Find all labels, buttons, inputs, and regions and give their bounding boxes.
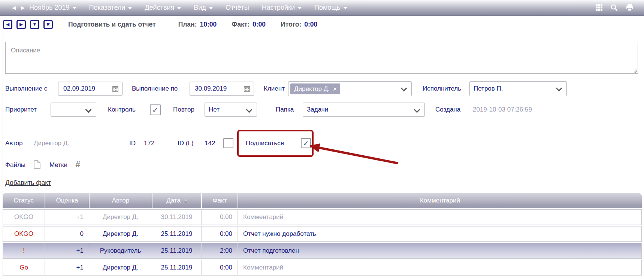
fact-author: Директор Д. [89, 209, 152, 225]
client-combobox[interactable]: Директор Д. ✕ [288, 81, 412, 96]
fact-row[interactable]: Go +1 Директор Д. 25.11.2019 0:00 Коммен… [3, 260, 642, 276]
menu-item-view[interactable]: Вид [194, 4, 213, 12]
priority-label: Приоритет [5, 103, 37, 117]
checkmark-icon: ✓ [303, 140, 309, 147]
task-page: ◀ ▶ Ноябрь 2019 Показатели Действия Вид … [0, 0, 644, 280]
sort-icon[interactable]: ▲▼ [184, 198, 187, 204]
facts-table: Статус Оценка Автор Дата▲▼ Факт Коммента… [3, 192, 642, 277]
folder-select[interactable]: Задачи [303, 103, 425, 117]
executor-label: Исполнитель [423, 82, 461, 96]
file-icon[interactable] [34, 160, 40, 170]
executor-combobox[interactable]: Петров П. [469, 81, 567, 96]
chevron-down-icon [344, 7, 347, 9]
fact-author: Директор Д. [89, 226, 152, 242]
fact-time: 0:00 [201, 226, 238, 242]
calendar-icon[interactable] [244, 86, 250, 92]
description-input[interactable] [5, 42, 638, 74]
repeat-value: Нет [209, 106, 220, 113]
client-chip: Директор Д. ✕ [290, 83, 340, 94]
plan-value: 10:00 [200, 21, 217, 28]
grid-icon[interactable] [595, 4, 603, 11]
priority-select[interactable] [51, 103, 96, 117]
repeat-select[interactable]: Нет [205, 103, 257, 117]
plan-label: План: [178, 21, 197, 28]
subscribe-checkbox[interactable]: ✓ [301, 138, 311, 148]
task-id-value: 172 [144, 136, 154, 150]
prev-period-icon[interactable]: ◀ [12, 5, 16, 10]
executor-value: Петров П. [474, 82, 503, 96]
checkmark-icon: ✓ [152, 106, 158, 114]
fact-comment[interactable]: Отчет подготовлен [238, 243, 642, 259]
fact-time: 0:00 [201, 209, 238, 225]
folder-value: Задачи [307, 106, 328, 113]
task-id-l-value: 142 [205, 136, 215, 150]
repeat-label: Повтор [173, 103, 194, 117]
search-icon[interactable] [610, 4, 618, 12]
end-date-input[interactable]: 30.09.2019 [190, 82, 254, 96]
menu-item-help[interactable]: Помощь [314, 4, 347, 12]
fact-value: 0:00 [253, 21, 266, 28]
fact-comment[interactable]: Комментарий [238, 260, 642, 276]
created-value: 2019-10-03 07:26:59 [473, 103, 532, 117]
start-date-input[interactable]: 02.09.2019 [58, 82, 123, 96]
chevron-down-icon [128, 7, 132, 9]
period-selector[interactable]: Ноябрь 2019 [29, 4, 76, 12]
fact-row[interactable]: OKGO +1 Директор Д. 30.11.2019 0:00 Комм… [3, 209, 642, 225]
header-status: Статус [3, 193, 45, 208]
close-task-button[interactable]: ✖ [43, 20, 53, 29]
end-date-label: Выполнение по [132, 82, 178, 96]
fact-score: +1 [45, 209, 89, 225]
chevron-down-icon [177, 7, 181, 9]
menu-item-label: Действия [145, 4, 174, 12]
period-label: Ноябрь 2019 [29, 4, 70, 12]
menu-item-settings[interactable]: Настройки [262, 4, 302, 12]
task-id-label: ID [129, 136, 136, 150]
menu-item-label: Показатели [89, 4, 126, 12]
fact-comment[interactable]: Комментарий [238, 209, 642, 225]
tags-label: Метки [49, 158, 67, 172]
header-comment: Комментарий [238, 193, 642, 208]
fact-date: 25.11.2019 [152, 243, 201, 259]
total-stat: Итого: 0:00 [281, 21, 317, 28]
fact-score: 0 [45, 226, 89, 242]
description-wrap [5, 42, 638, 74]
client-label: Клиент [264, 82, 285, 96]
header-date[interactable]: Дата▲▼ [152, 193, 201, 208]
id-l-checkbox[interactable] [223, 138, 233, 148]
author-value: Директор Д. [34, 136, 69, 150]
start-date-label: Выполнение с [5, 82, 47, 96]
task-time-stats: План: 10:00 Факт: 0:00 Итого: 0:00 [178, 21, 318, 28]
header-score: Оценка [45, 193, 89, 208]
fact-comment[interactable]: Отчет нужно доработать [238, 226, 642, 242]
menu-item-indicators[interactable]: Показатели [89, 4, 132, 12]
print-icon[interactable] [626, 4, 634, 11]
menu-item-actions[interactable]: Действия [145, 4, 181, 12]
remove-client-icon[interactable]: ✕ [333, 86, 337, 92]
chevron-down-icon [401, 85, 407, 92]
fact-stat: Факт: 0:00 [232, 21, 266, 28]
task-toolbar: ◀ ▶ ▼ ✖ Подготовить и сдать отчет План: … [3, 18, 641, 31]
collapse-task-button[interactable]: ▼ [30, 20, 39, 29]
hash-icon[interactable]: # [75, 157, 80, 171]
fact-score: +1 [45, 243, 89, 259]
control-checkbox[interactable]: ✓ [150, 104, 161, 115]
plan-stat: План: 10:00 [178, 21, 217, 28]
next-period-icon[interactable]: ▶ [21, 5, 25, 10]
created-label: Создана [435, 103, 460, 117]
chevron-down-icon [556, 85, 562, 92]
author-label: Автор [5, 136, 23, 150]
fact-time: 0:00 [201, 260, 238, 276]
next-task-button[interactable]: ▶ [16, 20, 26, 29]
add-fact-link[interactable]: Добавить факт [5, 179, 51, 187]
prev-task-button[interactable]: ◀ [3, 20, 12, 29]
chevron-down-icon [414, 107, 420, 113]
fact-row-selected[interactable]: ! +1 Руководитель 25.11.2019 2:00 Отчет … [3, 243, 642, 259]
fact-score: +1 [45, 260, 89, 276]
menubar-icons [595, 4, 634, 12]
fact-row[interactable]: OKGO 0 Директор Д. 25.11.2019 0:00 Отчет… [3, 226, 642, 242]
fact-date: 25.11.2019 [152, 226, 201, 242]
chevron-down-icon [298, 7, 302, 9]
facts-header-row: Статус Оценка Автор Дата▲▼ Факт Коммента… [3, 193, 642, 208]
menu-item-reports[interactable]: Отчёты [226, 4, 249, 12]
calendar-icon[interactable] [112, 86, 118, 92]
